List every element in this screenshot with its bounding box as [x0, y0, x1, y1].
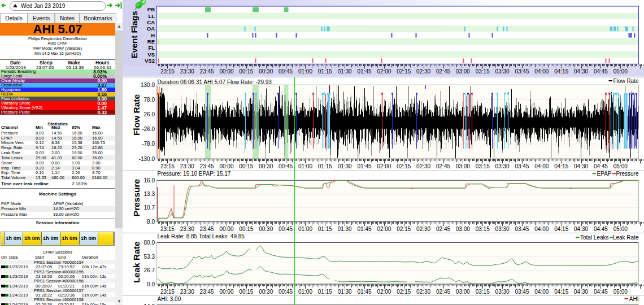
svg-text:02:30: 02:30	[416, 68, 430, 75]
svg-text:04:15: 04:15	[554, 289, 568, 295]
svg-text:Pressure: 15.10 EPAP: 15.17: Pressure: 15.10 EPAP: 15.17	[158, 171, 231, 177]
svg-text:03:45: 03:45	[515, 289, 529, 295]
svg-text:04:30: 04:30	[574, 289, 588, 295]
svg-text:05:00: 05:00	[613, 68, 628, 75]
svg-text:AHI: AHI	[629, 296, 639, 302]
svg-text:23:15: 23:15	[160, 289, 175, 295]
svg-text:04:30: 04:30	[574, 68, 588, 75]
svg-text:01:30: 01:30	[338, 68, 352, 75]
svg-text:Duration 06:06:31 AHI 5.07 Flo: Duration 06:06:31 AHI 5.07 Flow Rate: -2…	[158, 79, 272, 85]
svg-text:00:15: 00:15	[239, 68, 253, 75]
svg-text:01:45: 01:45	[358, 163, 372, 169]
svg-text:01:15: 01:15	[318, 226, 332, 232]
svg-text:01:45: 01:45	[358, 289, 372, 295]
svg-text:03:00: 03:00	[456, 68, 470, 75]
svg-text:04:30: 04:30	[574, 226, 588, 232]
svg-text:01:00: 01:00	[298, 163, 312, 169]
svg-text:10.7: 10.7	[144, 204, 155, 211]
svg-text:CA: CA	[147, 19, 155, 25]
svg-text:03:15: 03:15	[476, 226, 490, 232]
svg-text:LL: LL	[148, 13, 155, 19]
svg-text:04:00: 04:00	[534, 289, 549, 295]
svg-text:05:00: 05:00	[613, 163, 628, 169]
svg-text:04:00: 04:00	[534, 226, 549, 232]
svg-text:01:30: 01:30	[338, 226, 352, 232]
svg-text:78.0: 78.0	[144, 97, 155, 103]
svg-text:01:15: 01:15	[318, 68, 332, 75]
svg-text:01:45: 01:45	[358, 68, 372, 75]
svg-text:23:15: 23:15	[160, 163, 175, 169]
svg-text:23:30: 23:30	[180, 163, 194, 169]
svg-text:00:00: 00:00	[219, 163, 233, 169]
svg-text:02:30: 02:30	[416, 289, 430, 295]
svg-text:00:30: 00:30	[259, 68, 273, 75]
svg-text:Leak Rate: 8.85 Total Leaks: 4: Leak Rate: 8.85 Total Leaks: 49.85	[158, 233, 245, 239]
svg-text:00:45: 00:45	[279, 68, 293, 75]
svg-text:04:45: 04:45	[594, 68, 608, 75]
svg-text:23:15: 23:15	[160, 68, 175, 75]
svg-text:Pressure: Pressure	[132, 178, 141, 216]
svg-text:02:00: 02:00	[377, 226, 391, 232]
svg-text:PB: PB	[147, 6, 155, 12]
svg-text:16.0: 16.0	[144, 177, 155, 184]
svg-text:01:15: 01:15	[318, 289, 332, 295]
svg-text:26.7: 26.7	[144, 267, 155, 273]
svg-text:Flow Rate: Flow Rate	[132, 94, 141, 136]
svg-text:04:45: 04:45	[594, 226, 608, 232]
svg-text:02:45: 02:45	[436, 289, 450, 295]
svg-text:03:00: 03:00	[456, 226, 470, 232]
svg-text:03:45: 03:45	[515, 68, 529, 75]
svg-text:23:45: 23:45	[200, 289, 214, 295]
svg-text:01:30: 01:30	[338, 289, 352, 295]
svg-text:Event Flags: Event Flags	[129, 11, 139, 58]
svg-text:05:00: 05:00	[613, 289, 628, 295]
svg-text:00:30: 00:30	[259, 289, 273, 295]
svg-text:EPAP: EPAP	[597, 171, 612, 177]
svg-text:130.0: 130.0	[141, 82, 155, 88]
svg-text:01:15: 01:15	[318, 163, 332, 169]
svg-text:VS: VS	[147, 51, 155, 58]
svg-text:23:45: 23:45	[200, 163, 214, 169]
svg-text:OA: OA	[147, 25, 155, 32]
svg-text:AHI: 3.00: AHI: 3.00	[158, 296, 181, 302]
svg-text:04:15: 04:15	[554, 226, 568, 232]
svg-text:02:30: 02:30	[416, 163, 430, 169]
svg-text:FL: FL	[148, 45, 155, 51]
svg-text:02:15: 02:15	[397, 68, 411, 75]
svg-text:03:30: 03:30	[495, 226, 510, 232]
svg-text:23:30: 23:30	[180, 226, 194, 232]
svg-text:03:30: 03:30	[495, 163, 510, 169]
svg-text:04:00: 04:00	[534, 68, 549, 75]
svg-text:04:00: 04:00	[534, 163, 549, 169]
svg-text:00:30: 00:30	[259, 226, 273, 232]
svg-text:00:00: 00:00	[219, 226, 233, 232]
svg-text:00:45: 00:45	[279, 163, 293, 169]
svg-text:-26.0: -26.0	[142, 126, 155, 132]
svg-text:23:45: 23:45	[200, 226, 214, 232]
svg-text:02:15: 02:15	[397, 289, 411, 295]
svg-text:23:30: 23:30	[180, 289, 194, 295]
svg-text:04:30: 04:30	[574, 163, 588, 169]
svg-text:04:45: 04:45	[594, 289, 608, 295]
svg-text:00:30: 00:30	[259, 163, 273, 169]
svg-text:26.0: 26.0	[144, 111, 155, 117]
svg-text:02:45: 02:45	[436, 68, 450, 75]
svg-text:02:45: 02:45	[436, 163, 450, 169]
svg-text:03:30: 03:30	[495, 68, 510, 75]
svg-text:53.3: 53.3	[144, 254, 155, 260]
svg-text:RE: RE	[147, 38, 155, 45]
svg-text:01:00: 01:00	[298, 68, 312, 75]
svg-text:0.0: 0.0	[147, 281, 155, 287]
svg-text:VS2: VS2	[145, 58, 155, 64]
svg-text:Total Leaks: Total Leaks	[580, 234, 609, 241]
svg-text:Leak Rate: Leak Rate	[132, 241, 141, 283]
svg-text:23:15: 23:15	[160, 226, 175, 232]
svg-text:00:15: 00:15	[239, 289, 253, 295]
svg-text:04:15: 04:15	[554, 68, 568, 75]
svg-text:05:00: 05:00	[613, 226, 628, 232]
svg-text:02:45: 02:45	[436, 226, 450, 232]
svg-text:H: H	[151, 32, 155, 38]
svg-text:03:30: 03:30	[495, 289, 510, 295]
svg-text:03:00: 03:00	[456, 289, 470, 295]
svg-text:Pressure: Pressure	[616, 171, 638, 177]
